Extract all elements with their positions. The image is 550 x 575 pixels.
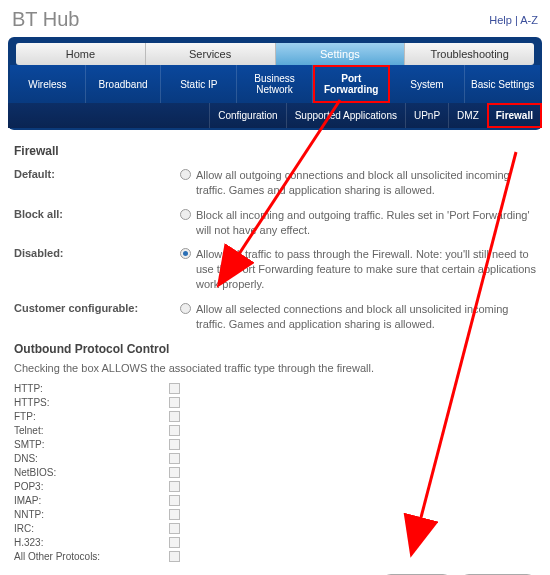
outbound-description: Checking the box ALLOWS the associated t…: [14, 362, 536, 374]
protocol-label: H.323:: [14, 537, 169, 548]
tert-configuration[interactable]: Configuration: [209, 103, 285, 128]
protocol-row: SMTP:: [14, 438, 536, 452]
protocol-row: IMAP:: [14, 494, 536, 508]
protocol-row: HTTP:: [14, 382, 536, 396]
protocol-checkbox[interactable]: [169, 523, 180, 534]
option-block-all: Block all: Block all incoming and outgoi…: [14, 208, 536, 238]
protocol-row: DNS:: [14, 452, 536, 466]
protocol-checkbox[interactable]: [169, 467, 180, 478]
radio-disabled[interactable]: [180, 248, 191, 259]
protocol-row: HTTPS:: [14, 396, 536, 410]
action-bar: Apply Cancel: [0, 568, 550, 575]
protocol-checkbox[interactable]: [169, 537, 180, 548]
protocol-label: Telnet:: [14, 425, 169, 436]
protocol-label: POP3:: [14, 481, 169, 492]
tab-troubleshooting[interactable]: Troubleshooting: [405, 43, 534, 65]
section-heading-outbound: Outbound Protocol Control: [14, 342, 536, 356]
tert-upnp[interactable]: UPnP: [405, 103, 448, 128]
protocol-checkbox[interactable]: [169, 481, 180, 492]
option-default: Default: Allow all outgoing connections …: [14, 168, 536, 198]
nav-tertiary: Configuration Supported Applications UPn…: [8, 103, 542, 128]
protocol-label: NNTP:: [14, 509, 169, 520]
protocol-label: IRC:: [14, 523, 169, 534]
nav-secondary: Wireless Broadband Static IP Business Ne…: [10, 65, 540, 103]
az-link[interactable]: A-Z: [520, 14, 538, 26]
section-heading-firewall: Firewall: [14, 144, 536, 158]
protocol-row: NNTP:: [14, 508, 536, 522]
protocol-list: HTTP:HTTPS:FTP:Telnet:SMTP:DNS:NetBIOS:P…: [14, 382, 536, 564]
subtab-broadband[interactable]: Broadband: [86, 65, 162, 103]
option-customer-configurable: Customer configurable: Allow all selecte…: [14, 302, 536, 332]
radio-block-all[interactable]: [180, 209, 191, 220]
subtab-basic-settings[interactable]: Basic Settings: [465, 65, 540, 103]
protocol-row: POP3:: [14, 480, 536, 494]
protocol-row: Telnet:: [14, 424, 536, 438]
protocol-label: DNS:: [14, 453, 169, 464]
protocol-label: NetBIOS:: [14, 467, 169, 478]
nav-primary: Home Services Settings Troubleshooting: [16, 43, 534, 65]
protocol-checkbox[interactable]: [169, 411, 180, 422]
protocol-checkbox[interactable]: [169, 495, 180, 506]
tert-dmz[interactable]: DMZ: [448, 103, 487, 128]
option-label: Default:: [14, 168, 174, 180]
protocol-checkbox[interactable]: [169, 551, 180, 562]
option-label: Customer configurable:: [14, 302, 174, 314]
protocol-checkbox[interactable]: [169, 397, 180, 408]
help-link[interactable]: Help: [489, 14, 512, 26]
protocol-checkbox[interactable]: [169, 509, 180, 520]
option-label: Block all:: [14, 208, 174, 220]
radio-customer[interactable]: [180, 303, 191, 314]
protocol-checkbox[interactable]: [169, 383, 180, 394]
option-disabled: Disabled: Allows all traffic to pass thr…: [14, 247, 536, 292]
protocol-label: FTP:: [14, 411, 169, 422]
protocol-checkbox[interactable]: [169, 425, 180, 436]
option-desc: Allows all traffic to pass through the F…: [196, 247, 536, 292]
subtab-business-network[interactable]: Business Network: [237, 65, 313, 103]
subtab-static-ip[interactable]: Static IP: [161, 65, 237, 103]
protocol-label: All Other Protocols:: [14, 551, 169, 562]
tab-home[interactable]: Home: [16, 43, 146, 65]
subtab-wireless[interactable]: Wireless: [10, 65, 86, 103]
tab-services[interactable]: Services: [146, 43, 276, 65]
protocol-row: IRC:: [14, 522, 536, 536]
page-title: BT Hub: [12, 8, 79, 31]
protocol-checkbox[interactable]: [169, 453, 180, 464]
main-nav: Home Services Settings Troubleshooting W…: [8, 37, 542, 130]
protocol-row: FTP:: [14, 410, 536, 424]
tab-settings[interactable]: Settings: [276, 43, 406, 65]
protocol-row: NetBIOS:: [14, 466, 536, 480]
subtab-system[interactable]: System: [390, 65, 466, 103]
protocol-checkbox[interactable]: [169, 439, 180, 450]
protocol-row: All Other Protocols:: [14, 550, 536, 564]
protocol-label: IMAP:: [14, 495, 169, 506]
option-label: Disabled:: [14, 247, 174, 259]
option-desc: Allow all outgoing connections and block…: [196, 168, 536, 198]
tert-supported-applications[interactable]: Supported Applications: [286, 103, 405, 128]
radio-default[interactable]: [180, 169, 191, 180]
protocol-label: HTTPS:: [14, 397, 169, 408]
protocol-row: H.323:: [14, 536, 536, 550]
help-links: Help | A-Z: [489, 14, 538, 26]
protocol-label: HTTP:: [14, 383, 169, 394]
option-desc: Allow all selected connections and block…: [196, 302, 536, 332]
option-desc: Block all incoming and outgoing traffic.…: [196, 208, 536, 238]
subtab-port-forwarding[interactable]: Port Forwarding: [313, 65, 390, 103]
tert-firewall[interactable]: Firewall: [487, 103, 542, 128]
content-area: Firewall Default: Allow all outgoing con…: [0, 130, 550, 568]
protocol-label: SMTP:: [14, 439, 169, 450]
